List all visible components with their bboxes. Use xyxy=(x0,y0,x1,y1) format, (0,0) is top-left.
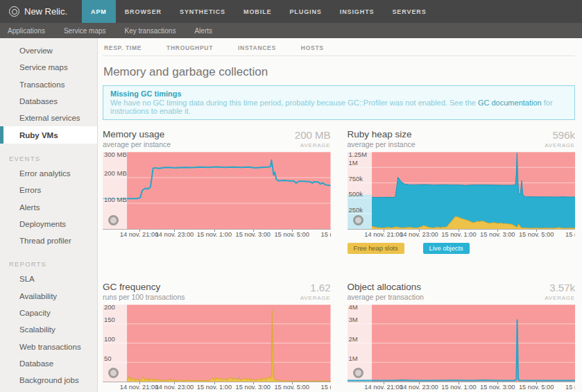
x-axis-label: 15 nov xyxy=(565,231,575,238)
chart-options-button[interactable] xyxy=(353,215,363,225)
chart-title: Ruby heap size xyxy=(348,129,416,139)
x-axis: 14 nov. 21:0014 nov. 23:0015 nov. 1:0015… xyxy=(103,230,331,239)
chart-title: Object allocations xyxy=(348,282,424,292)
sidebar-item-deployments[interactable]: Deployments xyxy=(0,216,97,232)
nav-item-synthetics[interactable]: SYNTHETICS xyxy=(171,0,234,23)
nav-item-servers[interactable]: SERVERS xyxy=(383,0,435,23)
nav-item-mobile[interactable]: MOBILE xyxy=(234,0,280,23)
chart-subtitle: average per transaction xyxy=(348,293,424,301)
x-axis-label: 15 nov xyxy=(321,231,331,238)
x-axis-label: 15 nov. 3:00 xyxy=(236,384,271,391)
legend-item-live-objects[interactable]: Live objects xyxy=(423,243,470,254)
x-axis-label: 15 nov. 3:00 xyxy=(480,384,515,391)
chart-card-object-allocations: Object allocationsaverage per transactio… xyxy=(348,282,576,392)
y-axis-label: 150 xyxy=(104,316,115,323)
nav-item-insights[interactable]: INSIGHTS xyxy=(331,0,384,23)
sidebar-item-external-services[interactable]: External services xyxy=(0,110,97,126)
sidebar: OverviewService mapsTransactionsDatabase… xyxy=(0,38,98,392)
subnav-item-key-transactions[interactable]: Key transactions xyxy=(125,27,176,35)
chart-average: 1.62AVERAGE xyxy=(300,282,331,301)
gc-timings-alert: Missing GC timings We have no GC timing … xyxy=(103,85,575,120)
chart-options-button[interactable] xyxy=(353,368,363,378)
x-axis-label: 15 nov. 1:00 xyxy=(441,384,476,391)
sidebar-item-thread-profiler[interactable]: Thread profiler xyxy=(0,232,97,249)
sidebar-item-sla[interactable]: SLA xyxy=(0,271,97,287)
x-axis-label: 15 nov. 5:00 xyxy=(519,231,554,238)
nav-item-browser[interactable]: BROWSER xyxy=(116,0,171,23)
chart-average-value: 1.62 xyxy=(300,282,331,293)
x-axis-label: 15 nov. 3:00 xyxy=(236,231,271,238)
gc-documentation-link[interactable]: GC documentation xyxy=(478,99,542,107)
y-axis-label: 750k xyxy=(349,176,363,182)
topnav-items: APMBROWSERSYNTHETICSMOBILEPLUGINSINSIGHT… xyxy=(82,0,436,23)
sidebar-item-scalability[interactable]: Scalability xyxy=(0,321,97,338)
tab-hosts[interactable]: HOSTS xyxy=(301,44,324,51)
x-axis-label: 14 nov. 21:00 xyxy=(120,231,159,238)
chart-average-value: 596k xyxy=(545,129,575,141)
chart-average-value: 3.57k xyxy=(545,282,575,293)
brand-name: New Relic. xyxy=(24,6,67,17)
y-axis-label: 100 MB xyxy=(104,196,127,203)
x-axis-label: 15 nov. 1:00 xyxy=(197,384,232,391)
sidebar-item-capacity[interactable]: Capacity xyxy=(0,305,97,321)
x-axis-label: 14 nov. 21:00 xyxy=(364,384,403,391)
new-relic-logo[interactable]: New Relic. xyxy=(0,0,82,23)
chart-average-label: AVERAGE xyxy=(295,142,331,148)
chart-subtitle: average per instance xyxy=(348,140,416,148)
y-axis-label: 3M xyxy=(349,316,358,323)
x-axis-label: 14 nov. 23:00 xyxy=(400,384,438,391)
y-axis-label: 4M xyxy=(349,305,358,311)
sidebar-item-alerts[interactable]: Alerts xyxy=(0,198,97,215)
content: RESP. TIMETHROUGHPUTINSTANCESHOSTS Memor… xyxy=(98,38,582,392)
new-relic-logo-icon xyxy=(9,6,19,17)
tab-instances[interactable]: INSTANCES xyxy=(238,44,276,51)
alert-title: Missing GC timings xyxy=(110,90,567,98)
sidebar-section-events: EVENTS xyxy=(0,155,97,162)
y-axis-label: 2M xyxy=(349,336,358,343)
x-axis-label: 15 nov xyxy=(565,384,575,391)
sidebar-section-reports: REPORTS xyxy=(0,260,97,268)
chart-card-ruby-heap-size: Ruby heap sizeaverage per instance596kAV… xyxy=(348,129,576,254)
y-axis-label: 1.25M xyxy=(349,152,367,158)
chart-average: 3.57kAVERAGE xyxy=(545,282,575,301)
sidebar-item-errors[interactable]: Errors xyxy=(0,182,97,198)
sidebar-item-background-jobs[interactable]: Background jobs xyxy=(0,372,97,389)
y-axis-label: 300 MB xyxy=(104,152,127,158)
x-axis: 14 nov. 21:0014 nov. 23:0015 nov. 1:0015… xyxy=(348,230,576,239)
subnav-item-service-maps[interactable]: Service maps xyxy=(64,27,106,35)
sidebar-item-service-maps[interactable]: Service maps xyxy=(0,59,97,76)
y-axis-label: 250k xyxy=(349,207,363,214)
x-axis-label: 15 nov. 1:00 xyxy=(197,231,232,238)
sidebar-item-error-analytics[interactable]: Error analytics xyxy=(0,165,97,182)
sidebar-item-ruby-vms[interactable]: Ruby VMs xyxy=(0,126,97,143)
x-axis-label: 14 nov. 23:00 xyxy=(155,231,194,238)
chart-average-label: AVERAGE xyxy=(300,295,331,301)
sidebar-item-web-transactions[interactable]: Web transactions xyxy=(0,338,97,355)
sidebar-item-transactions[interactable]: Transactions xyxy=(0,76,97,93)
legend-item-free-heap-slots[interactable]: Free heap slots xyxy=(348,243,404,254)
chart-options-button[interactable] xyxy=(108,215,119,225)
x-axis-label: 15 nov. 5:00 xyxy=(274,384,309,391)
y-axis-label: 100 xyxy=(104,336,115,343)
top-product-nav: New Relic. APMBROWSERSYNTHETICSMOBILEPLU… xyxy=(0,0,582,23)
nav-item-plugins[interactable]: PLUGINS xyxy=(280,0,330,23)
sidebar-item-availability[interactable]: Availability xyxy=(0,288,97,305)
alert-text: We have no GC timing data during this ti… xyxy=(110,99,567,115)
charts-grid: Memory usageaverage per instance200 MBAV… xyxy=(103,129,575,392)
x-axis-label: 14 nov. 21:00 xyxy=(364,231,403,238)
x-axis: 14 nov. 21:0014 nov. 23:0015 nov. 1:0015… xyxy=(348,382,576,391)
nav-item-apm[interactable]: APM xyxy=(82,0,116,23)
subnav-item-applications[interactable]: Applications xyxy=(8,27,45,35)
tab-resp-time[interactable]: RESP. TIME xyxy=(104,44,142,51)
subnav-item-alerts[interactable]: Alerts xyxy=(194,27,212,35)
alert-text-before: We have no GC timing data during this ti… xyxy=(110,99,478,107)
x-axis-label: 15 nov. 3:00 xyxy=(480,231,515,238)
chart-legend: Free heap slotsLive objects xyxy=(348,243,576,254)
sidebar-item-database[interactable]: Database xyxy=(0,355,97,372)
tab-throughput[interactable]: THROUGHPUT xyxy=(166,44,213,51)
chart-options-button[interactable] xyxy=(108,368,119,378)
apm-subnav: ApplicationsService mapsKey transactions… xyxy=(0,23,582,38)
sidebar-item-databases[interactable]: Databases xyxy=(0,93,97,110)
sidebar-item-overview[interactable]: Overview xyxy=(0,42,97,59)
y-axis-label: 1M xyxy=(349,160,358,167)
